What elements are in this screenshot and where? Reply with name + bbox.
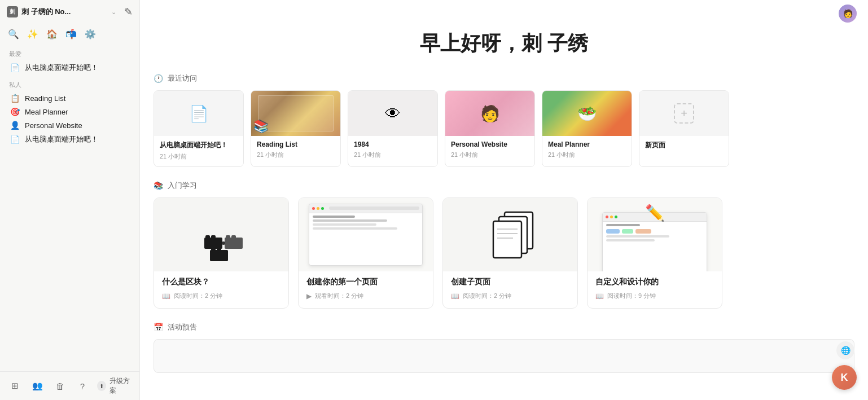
- new-page-button[interactable]: ✎: [124, 6, 133, 18]
- svg-rect-2: [211, 235, 216, 240]
- activity-icon: 📅: [154, 323, 163, 332]
- recent-cards-row: 📄 从电脑桌面端开始吧！ 21 小时前 📚 Reading List: [154, 90, 854, 167]
- svg-rect-7: [211, 248, 216, 252]
- card-body-1984: 1984 21 小时前: [348, 136, 437, 165]
- sidebar-item-personal-website[interactable]: 👤 Personal Website: [2, 118, 137, 132]
- card-time-desktop: 21 小时前: [160, 152, 238, 161]
- c-line-1: [606, 224, 640, 226]
- food-thumb-icon: 🥗: [577, 104, 597, 123]
- learn-card-body-blocks: 什么是区块？ 📖 阅读时间：2 分钟: [154, 271, 288, 308]
- c-tags-row: [606, 229, 703, 234]
- sidebar-item-reading-list[interactable]: 📋 Reading List: [2, 91, 137, 105]
- learn-card-body-first-page: 创建你的第一个页面 ▶ 观看时间：2 分钟: [299, 271, 433, 308]
- learn-card-meta-text-blocks: 阅读时间：2 分钟: [174, 292, 222, 300]
- main-header: •••: [140, 0, 868, 19]
- learn-card-first-page[interactable]: 创建你的第一个页面 ▶ 观看时间：2 分钟: [298, 197, 433, 309]
- personal-website-icon: 👤: [9, 121, 20, 130]
- pencil-icon: ✏️: [645, 204, 665, 222]
- help-button[interactable]: ?: [74, 377, 90, 395]
- recent-section-title: 🕐 最近访问: [154, 73, 854, 83]
- activity-placeholder: [154, 339, 854, 373]
- preview-line-title: [313, 216, 355, 218]
- sidebar-actions: 🔍 ✨ 🏠 📬 ⚙️: [0, 24, 139, 44]
- learn-card-blocks[interactable]: 什么是区块？ 📖 阅读时间：2 分钟: [154, 197, 289, 309]
- desktop-icon: 📄: [9, 135, 20, 144]
- settings-button[interactable]: ⚙️: [81, 25, 99, 43]
- activity-section-title: 📅 活动预告: [154, 322, 854, 332]
- sidebar-bottom: ⊞ 👥 🗑 ? ⬆ 升级方案: [0, 371, 139, 400]
- recent-card-new[interactable]: + 新页面: [639, 90, 729, 167]
- recent-card-desktop[interactable]: 📄 从电脑桌面端开始吧！ 21 小时前: [154, 90, 244, 167]
- svg-rect-1: [205, 235, 210, 240]
- book-icon: 📚: [253, 119, 269, 134]
- card-thumb-1984: 👁: [348, 91, 437, 136]
- card-time-meal: 21 小时前: [548, 151, 626, 159]
- inbox-button[interactable]: 📬: [62, 25, 80, 43]
- learn-card-meta-subpage: 📖 阅读时间：2 分钟: [451, 292, 569, 300]
- learn-card-meta-first-page: ▶ 观看时间：2 分钟: [306, 292, 425, 300]
- sidebar-item-fav-desktop[interactable]: 📄 从电脑桌面端开始吧！: [2, 60, 137, 75]
- preview-line-2: [313, 223, 376, 226]
- upgrade-section[interactable]: ⬆ 升级方案: [97, 376, 133, 395]
- template-button[interactable]: ⊞: [7, 377, 23, 395]
- preview-line-3: [313, 227, 398, 230]
- card-body-new: 新页面: [639, 136, 729, 158]
- card-title-reading: Reading List: [257, 140, 335, 148]
- c-line-2: [606, 235, 669, 238]
- learn-thumb-blocks: [154, 198, 288, 271]
- globe-icon-button[interactable]: 🌐: [836, 341, 854, 359]
- learn-card-meta-customize: 📖 阅读时间：9 分钟: [595, 292, 714, 300]
- sidebar-item-fav-desktop-label: 从电脑桌面端开始吧！: [25, 63, 98, 73]
- play-icon: ▶: [306, 292, 312, 300]
- learn-card-customize[interactable]: ✏️: [587, 197, 722, 309]
- activity-section: 📅 活动预告: [140, 322, 868, 386]
- learn-card-subpage[interactable]: 创建子页面 📖 阅读时间：2 分钟: [442, 197, 578, 309]
- new-page-card: +: [674, 91, 694, 136]
- card-thumb-desktop: 📄: [154, 91, 243, 136]
- blocks-svg: [187, 204, 255, 266]
- learn-card-meta-text-first-page: 观看时间：2 分钟: [315, 292, 363, 300]
- main-content: ••• 早上好呀，刺 子绣 🕐 最近访问 📄 从电脑桌面端开始吧！ 21 小时前: [140, 0, 868, 400]
- user-avatar-bottom[interactable]: K: [832, 365, 857, 390]
- sidebar: 刺 刺 子绣的 No... ⌄ ✎ 🔍 ✨ 🏠 📬 ⚙️ 最爱 📄 从电脑桌面端…: [0, 0, 140, 400]
- read-icon-3: 📖: [595, 292, 604, 300]
- recent-card-meal[interactable]: 🥗 Meal Planner 21 小时前: [542, 90, 632, 167]
- doc-thumb-icon: 📄: [189, 104, 209, 123]
- clock-icon: 🕐: [154, 74, 163, 83]
- workspace-chevron-icon[interactable]: ⌄: [111, 8, 116, 16]
- dot-green: [321, 207, 324, 210]
- members-button[interactable]: 👥: [29, 377, 45, 395]
- learn-thumb-customize: ✏️: [588, 198, 722, 271]
- recent-card-1984[interactable]: 👁 1984 21 小时前: [348, 90, 438, 167]
- card-body-desktop: 从电脑桌面端开始吧！ 21 小时前: [154, 136, 243, 166]
- meal-planner-icon: 🎯: [9, 107, 20, 116]
- recent-card-personal[interactable]: 🧑 Personal Website 21 小时前: [445, 90, 535, 167]
- workspace-icon: 刺: [7, 6, 18, 17]
- card-body-meal: Meal Planner 21 小时前: [542, 136, 632, 165]
- svg-rect-4: [226, 235, 230, 240]
- learn-card-title-blocks: 什么是区块？: [162, 277, 280, 287]
- dot-yellow: [317, 207, 319, 210]
- sidebar-item-meal-planner[interactable]: 🎯 Meal Planner: [2, 105, 137, 118]
- ai-button[interactable]: ✨: [24, 25, 42, 43]
- search-button[interactable]: 🔍: [5, 25, 23, 43]
- c-line-3: [606, 239, 655, 241]
- learn-card-meta-blocks: 📖 阅读时间：2 分钟: [162, 292, 280, 300]
- sidebar-item-personal-website-label: Personal Website: [25, 121, 82, 130]
- card-title-personal: Personal Website: [451, 140, 529, 148]
- home-button[interactable]: 🏠: [43, 25, 61, 43]
- user-avatar-top[interactable]: 🧑: [839, 5, 857, 23]
- c-tag-1: [606, 229, 620, 234]
- reading-list-icon: 📋: [9, 94, 20, 103]
- trash-button[interactable]: 🗑: [52, 377, 68, 395]
- sidebar-item-desktop-start[interactable]: 📄 从电脑桌面端开始吧！: [2, 132, 137, 147]
- preview-frame: [309, 204, 423, 266]
- preview-titlebar: [309, 204, 422, 213]
- person-thumb-icon: 🧑: [480, 104, 500, 123]
- card-title-meal: Meal Planner: [548, 140, 626, 148]
- favorites-section-label: 最爱: [0, 44, 139, 60]
- card-time-1984: 21 小时前: [354, 151, 432, 159]
- sidebar-item-reading-list-label: Reading List: [25, 94, 65, 103]
- sidebar-item-meal-planner-label: Meal Planner: [25, 108, 68, 116]
- recent-card-reading[interactable]: 📚 Reading List 21 小时前: [251, 90, 341, 167]
